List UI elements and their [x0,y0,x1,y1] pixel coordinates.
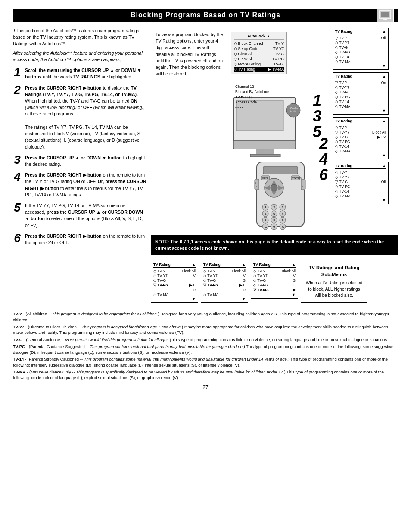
menu-item-movie-rating: ◇ Movie RatingTV-14 [234,62,284,67]
sub-2-row-1: ◇ TV-YBlock All [203,268,246,273]
panel-3-row-5: ◇ TV-14 [335,144,386,149]
rating-label-box: TV Ratings and Rating Sub-Menus When a T… [301,261,367,302]
sub-1-row-2: ◇ TV-Y7V [153,273,196,278]
panel-2-row-6: ◇ TV-MA [335,104,386,109]
rating-panel-3: TV Rating▲ ◇ TV-Y ▽ TV-Y7Block All ◇ TV-… [333,117,389,159]
sub-3-row-1: ◇ TV-YBlock All [253,268,296,273]
svg-text:1: 1 [265,205,267,209]
svg-text:9: 9 [282,218,284,222]
sub-3-row-3: ◇ TV-GS [253,278,296,283]
step-2-text: Press the CURSOR RIGHT ▶ button to displ… [25,85,146,150]
step-6-text: Press the CURSOR RIGHT ▶ button on the r… [25,233,146,246]
step-2-number: 2 [13,84,22,96]
bottom-section: TV Rating▲ ◇ TV-YBlock All ◇ TV-Y7V ◇ TV… [151,261,398,303]
svg-rect-6 [233,140,296,149]
svg-text:⊙: ⊙ [282,225,285,229]
panel-4-row-6: ◇ TV-MA [335,193,386,198]
panel-4-row-2: ◇ TV-Y7 [335,174,386,179]
info-box-text: To view a program blocked by the TV Rati… [156,32,223,76]
sub-1-row-3: ◇ TV-G [153,278,196,283]
rating-panel-4: TV Rating▲ ◇ TV-Y ◇ TV-Y7 ▽ TV-GOff ◇ TV… [333,162,389,204]
page: Blocking Programs Based on TV Ratings TT… [0,0,411,532]
sub-2-row-5: D [203,287,246,292]
channel-line4: Access Code [235,100,270,105]
svg-text:7: 7 [265,218,267,222]
info-box: To view a program blocked by the TV Rati… [151,28,228,81]
intro-paragraph1: TThis portion of the AutoLock™ features … [13,28,139,46]
panel-4-row-4: ◇ TV-PG [335,184,386,189]
panel-4-header: TV Rating▲ [335,164,386,169]
step-5-number: 5 [13,202,22,214]
panel-2-row-4: ◇ TV-PG [335,94,386,99]
svg-text:⊙: ⊙ [265,225,268,229]
right-rating-panels: TV Rating▲ ▽ TV-YOff ◇ TV-Y7 ◇ TV-G ◇ TV… [333,28,389,204]
rating-label-body: When a TV Rating is selected to block, A… [305,280,363,299]
sub-2-row-6: ◇ TV-MA [203,292,246,297]
step-2: 2 Press the CURSOR RIGHT ▶ button to dis… [13,85,146,150]
diagram-number-246: 246 [319,136,328,183]
svg-rect-51 [301,179,305,190]
step-3-number: 3 [13,154,22,166]
sub-2-row-3: ◇ TV-GS [203,278,246,283]
panel-2-row-1: ▽ TV-YOn [335,80,386,85]
sub-menu-3: TV Rating▲ ◇ TV-YBlock All ◇ TV-Y7V ◇ TV… [251,261,298,299]
menu-item-block-channel: ◇ Block ChannelTV-Y [234,41,284,46]
step-3: 3 Press the CURSOR UP ▲ or DOWN ▼ button… [13,155,146,168]
svg-text:-: - [302,185,303,187]
panel-2-row-2: ◇ TV-Y7 [335,85,386,90]
tv-remote-diagram: Channel 12 Blocked By AutoLock TV Rating… [231,76,330,231]
svg-text:+: + [302,181,303,184]
rating-panel-2: TV Rating▲ ▽ TV-YOn ◇ TV-Y7 ◇ TV-G ◇ TV-… [333,72,389,115]
svg-rect-1 [381,12,389,17]
svg-text:6: 6 [282,212,284,216]
panel-2-row-3: ◇ TV-G [335,90,386,94]
panel-2-row-5: ◇ TV-14 [335,99,386,104]
sub-1-row-4: ▽ TV-PG▶ L [153,283,196,287]
channel-line2: Blocked By AutoLock [235,90,270,95]
panel-1-row-3: ◇ TV-G [335,45,386,50]
sub-2-row-2: ◇ TV-Y7V [203,273,246,278]
main-content: TThis portion of the AutoLock™ features … [13,28,398,303]
panel-2-header: TV Rating▲ [335,74,386,79]
sub-1-row-1: ◇ TV-YBlock All [153,268,196,273]
panel-4-row-1: ◇ TV-Y [335,170,386,174]
menu-item-clear-all: ◇ Clear AllTV-G [234,51,284,56]
channel-line5: - - - - [235,105,270,110]
step-6-number: 6 [13,232,22,244]
sub-menu-3-header: TV Rating▲ [253,262,296,268]
svg-point-19 [271,184,277,191]
svg-text:Quadra: Quadra [290,107,298,109]
steps-container: 1 Scroll the menu using the CURSOR UP ▲ … [13,67,146,246]
step-1-text: Scroll the menu using the CURSOR UP ▲ or… [25,67,146,80]
step-4-number: 4 [13,171,22,183]
sub-2-row-4: ▽ TV-PG▶ L [203,283,246,287]
footnote-tv14: TV-14 - (Parents Strongly Cautioned -- T… [13,356,398,368]
svg-text:-: - [256,185,257,187]
step-1: 1 Scroll the menu using the CURSOR UP ▲ … [13,67,146,80]
intro-text: TThis portion of the AutoLock™ features … [13,28,146,63]
sub-3-row-4: ◇ TV-PGL [253,283,296,287]
svg-text:STATUS: STATUS [292,177,302,180]
svg-text:tron™: tron™ [290,110,296,112]
step-4: 4 Press the CURSOR RIGHT ▶ button on the… [13,172,146,198]
panel-3-row-6: ◇ TV-MA [335,149,386,153]
panel-1-row-2: ◇ TV-Y7 [335,40,386,45]
svg-text:3: 3 [282,205,284,209]
footnote-tvg: TV-G - (General Audience -- Most parents… [13,337,398,342]
note-text: NOTE: The 0,7,1,1 access code shown on t… [155,239,384,251]
panel-3-row-1: ◇ TV-Y [335,125,386,130]
svg-text:2: 2 [273,205,275,209]
rating-panel-1: TV Rating▲ ▽ TV-YOff ◇ TV-Y7 ◇ TV-G ◇ TV… [333,28,389,70]
diagram-number-13: 135 [313,93,321,140]
panel-1-row-6: ◇ TV-MA [335,59,386,64]
sub-menu-2-header: TV Rating▲ [203,262,246,268]
page-number: 27 [13,384,398,390]
step-6: 6 Press the CURSOR RIGHT ▶ button on the… [13,233,146,246]
menu-item-block-all: ▽ Block AllTV-PG [234,56,284,62]
svg-text:MENU: MENU [262,177,270,180]
sub-1-row-6: ◇ TV-MA [153,292,196,297]
panel-1-row-1: ▽ TV-YOff [335,35,386,40]
svg-rect-48 [255,179,259,190]
step-5: 5 If the TV-Y7, TV-PG, TV-14 or TV-MA su… [13,202,146,229]
svg-text:0: 0 [273,225,275,229]
